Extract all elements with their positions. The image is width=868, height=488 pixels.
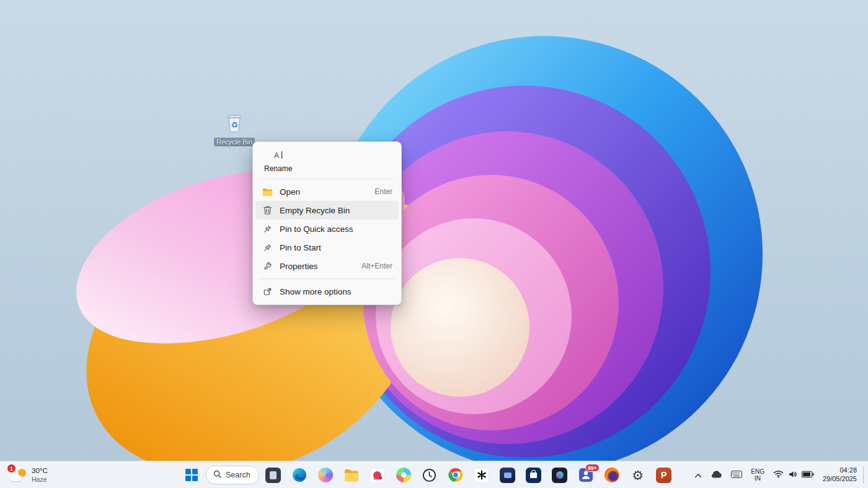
- search-icon: [213, 470, 221, 480]
- menu-item-pin-to-quick-access[interactable]: Pin to Quick access: [255, 220, 399, 238]
- media-player-icon: [500, 468, 515, 483]
- taskbar-app-edge[interactable]: [288, 463, 311, 487]
- pin-icon: [262, 242, 273, 252]
- taskbar-app-photos[interactable]: [392, 463, 415, 487]
- file-explorer-icon: [343, 468, 359, 483]
- desktop: ♻ Recycle Bin A Rename Open Enter: [0, 0, 868, 488]
- windows-logo-icon: [185, 469, 198, 481]
- store-icon: [526, 468, 541, 483]
- taskbar-app-chatgpt[interactable]: [470, 463, 494, 487]
- menu-item-label: Empty Recycle Bin: [280, 206, 385, 215]
- taskbar-app-powerpoint[interactable]: P: [652, 463, 676, 487]
- menu-item-open[interactable]: Open Enter: [255, 182, 399, 201]
- taskbar-center: Search: [180, 461, 676, 488]
- search-box[interactable]: Search: [206, 466, 259, 484]
- quick-settings-button[interactable]: [769, 464, 818, 486]
- rename-label: Rename: [264, 164, 292, 173]
- menu-separator: [259, 278, 395, 279]
- svg-text:♻: ♻: [231, 120, 238, 130]
- files-app-icon: [265, 468, 281, 483]
- menu-item-label: Properties: [280, 262, 354, 271]
- chrome-icon: [448, 468, 463, 483]
- show-more-options-icon: [262, 286, 273, 296]
- taskbar-app-settings[interactable]: ⚙: [626, 463, 650, 487]
- battery-icon: [802, 471, 814, 480]
- start-button[interactable]: [180, 463, 203, 487]
- context-menu: A Rename Open Enter Empty Recycle Bin: [252, 141, 402, 305]
- menu-item-label: Show more options: [280, 287, 385, 296]
- rename-icon: A: [273, 149, 284, 162]
- menu-item-label: Pin to Start: [280, 243, 385, 252]
- pin-icon: [262, 224, 273, 234]
- menu-item-shortcut: Enter: [374, 187, 392, 196]
- taskbar-app-file-explorer[interactable]: [340, 463, 363, 487]
- clock-calendar-button[interactable]: 04:28 29/05/2025: [819, 464, 861, 486]
- menu-item-label: Pin to Quick access: [280, 224, 385, 234]
- menu-item-empty-recycle-bin[interactable]: Empty Recycle Bin: [255, 201, 399, 220]
- trash-icon: [262, 205, 273, 215]
- volume-icon: [788, 470, 797, 481]
- wallpaper-bloom: [0, 0, 868, 488]
- taskbar-app-store[interactable]: [522, 463, 546, 487]
- language-switcher[interactable]: ENG IN: [747, 464, 768, 486]
- wifi-icon: [773, 470, 784, 480]
- folder-icon: [262, 187, 273, 197]
- weather-widget[interactable]: 1 30°C Haze: [5, 461, 53, 488]
- touch-keyboard-button[interactable]: [727, 464, 746, 486]
- taskbar-app-files[interactable]: [262, 463, 285, 487]
- firefox-icon: [604, 468, 619, 482]
- menu-separator: [259, 179, 395, 179]
- powerpoint-icon: P: [656, 468, 671, 483]
- rename-button[interactable]: A Rename: [258, 146, 298, 175]
- touch-keyboard-icon: [731, 471, 742, 480]
- photos-icon: [396, 468, 411, 482]
- taskbar-app-media-player[interactable]: [496, 463, 520, 487]
- copilot-icon: [318, 468, 333, 482]
- taskbar-app-chrome[interactable]: [444, 463, 467, 487]
- weather-temperature: 30°C: [32, 467, 48, 475]
- notification-badge: 1: [7, 464, 16, 473]
- language-region: IN: [755, 475, 761, 482]
- tray-date: 29/05/2025: [823, 475, 857, 484]
- onedrive-button[interactable]: [707, 464, 726, 486]
- onedrive-cloud-icon: [711, 470, 722, 480]
- paint-icon: [370, 468, 385, 483]
- edge-icon: [291, 468, 307, 483]
- tray-overflow-button[interactable]: [691, 464, 706, 486]
- chevron-up-icon: [694, 471, 702, 480]
- language-code: ENG: [751, 468, 764, 476]
- weather-icon: 1: [10, 467, 27, 483]
- taskbar-app-copilot[interactable]: [314, 463, 337, 487]
- menu-item-label: Open: [280, 187, 367, 197]
- menu-item-properties[interactable]: Properties Alt+Enter: [255, 257, 399, 275]
- taskbar: 1 30°C Haze Search: [0, 461, 868, 488]
- menu-item-show-more-options[interactable]: Show more options: [255, 282, 399, 301]
- taskbar-app-dev[interactable]: [548, 463, 572, 487]
- teams-unread-badge: 99+: [585, 464, 599, 472]
- menu-item-shortcut: Alt+Enter: [361, 262, 392, 270]
- properties-icon: [262, 261, 273, 271]
- search-label: Search: [226, 471, 250, 479]
- chatgpt-icon: [474, 468, 489, 483]
- show-desktop-button[interactable]: [863, 466, 866, 484]
- desktop-icon-recycle-bin[interactable]: ♻ Recycle Bin: [216, 112, 253, 146]
- taskbar-app-teams[interactable]: 99+: [574, 463, 598, 487]
- weather-condition: Haze: [32, 476, 48, 483]
- system-tray: ENG IN 04:28 29/05/2025: [691, 461, 866, 488]
- settings-gear-icon: ⚙: [632, 469, 644, 482]
- context-menu-command-bar: A Rename: [255, 145, 399, 175]
- desktop-icon-label: Recycle Bin: [214, 138, 255, 146]
- recycle-bin-icon: ♻: [223, 112, 246, 136]
- menu-item-pin-to-start[interactable]: Pin to Start: [255, 238, 399, 257]
- taskbar-app-paint[interactable]: [366, 463, 389, 487]
- taskbar-app-clock[interactable]: [418, 463, 441, 487]
- taskbar-app-firefox[interactable]: [600, 463, 624, 487]
- clock-icon: [422, 468, 437, 483]
- tray-time: 04:28: [839, 466, 857, 475]
- dev-app-icon: [552, 468, 567, 483]
- svg-text:A: A: [274, 151, 279, 160]
